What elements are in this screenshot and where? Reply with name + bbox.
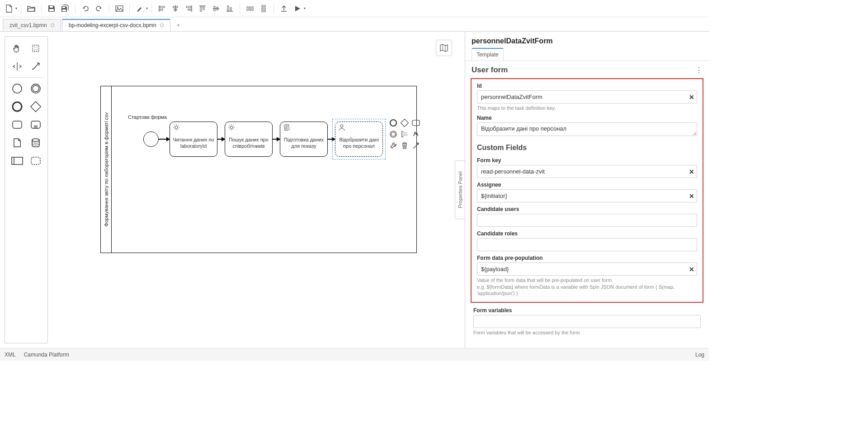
- data-object-icon[interactable]: [10, 136, 24, 150]
- wrench-icon[interactable]: [388, 141, 398, 150]
- run-caret[interactable]: ▾: [304, 6, 306, 10]
- prepop-field-group: Form data pre-population ✕ Value of the …: [474, 253, 700, 298]
- svg-point-50: [230, 126, 233, 129]
- svg-rect-26: [252, 7, 253, 10]
- user-task-4-selected[interactable]: Відобразити дані про персонал: [335, 122, 383, 157]
- pool-label: Формування звіту по лабораторіям в форма…: [104, 113, 109, 227]
- highlight-button[interactable]: [133, 2, 146, 15]
- service-task-1[interactable]: Читання даних по laboratoryId: [170, 122, 217, 157]
- append-intermediate-event-icon[interactable]: [388, 129, 398, 139]
- image-button[interactable]: [113, 2, 126, 15]
- align-right-button[interactable]: [183, 2, 195, 15]
- gateway-icon[interactable]: [28, 99, 43, 114]
- group-icon[interactable]: [28, 154, 43, 168]
- status-log-button[interactable]: Log: [695, 352, 704, 358]
- file-tab-0-label: zvit_csv1.bpmn: [9, 22, 47, 28]
- task-icon[interactable]: [10, 117, 24, 132]
- status-platform-label[interactable]: Camunda Platform: [24, 352, 69, 358]
- end-event-icon[interactable]: [10, 99, 24, 114]
- sub-process-icon[interactable]: [28, 117, 43, 132]
- svg-rect-24: [247, 7, 248, 10]
- candidate-roles-field-group: Candidate roles: [474, 229, 700, 253]
- clear-icon[interactable]: ✕: [689, 192, 694, 200]
- align-center-h-button[interactable]: [169, 2, 182, 15]
- distribute-v-button[interactable]: [257, 2, 270, 15]
- intermediate-event-icon[interactable]: [28, 81, 43, 96]
- prepop-input[interactable]: [477, 263, 697, 276]
- highlight-caret[interactable]: ▾: [146, 6, 148, 10]
- sequence-flow[interactable]: [217, 139, 225, 140]
- run-button[interactable]: [291, 2, 304, 15]
- context-pad: [388, 118, 421, 150]
- hand-tool-icon[interactable]: [10, 41, 24, 56]
- new-file-caret[interactable]: ▾: [15, 6, 17, 10]
- task-label: Підготовка даних для показу: [283, 137, 325, 150]
- clear-icon[interactable]: ✕: [689, 94, 694, 101]
- start-event-shape[interactable]: [143, 131, 159, 147]
- section-menu-icon[interactable]: ⋮: [695, 66, 703, 75]
- annotation-icon[interactable]: [400, 129, 410, 139]
- status-xml-button[interactable]: XML: [5, 352, 16, 358]
- svg-rect-13: [186, 6, 191, 8]
- clear-icon[interactable]: ✕: [689, 168, 694, 175]
- properties-panel-toggle[interactable]: Properties Panel: [455, 160, 465, 219]
- start-event-icon[interactable]: [10, 81, 24, 96]
- space-tool-icon[interactable]: [10, 59, 24, 74]
- name-input[interactable]: Відобразити дані про персонал: [477, 122, 697, 136]
- user-icon: [338, 124, 345, 131]
- connect-icon[interactable]: [411, 141, 421, 150]
- change-type-icon[interactable]: [411, 129, 421, 139]
- align-top-button[interactable]: [196, 2, 209, 15]
- bpmn-pool[interactable]: Формування звіту по лабораторіям в форма…: [100, 86, 417, 253]
- connect-tool-icon[interactable]: [28, 59, 43, 74]
- prepop-hint: Value of the form data that will be pre-…: [477, 277, 697, 296]
- assignee-input[interactable]: [477, 189, 697, 202]
- file-tab-1[interactable]: bp-modeling-excerpt-csv-docx.bpmn: [62, 19, 170, 31]
- sequence-flow[interactable]: [328, 139, 335, 140]
- save-all-button[interactable]: [59, 2, 71, 15]
- append-end-event-icon[interactable]: [388, 118, 398, 128]
- pool-label-column: Формування звіту по лабораторіям в форма…: [101, 86, 112, 253]
- svg-rect-28: [262, 8, 265, 9]
- candidate-users-input[interactable]: [477, 214, 697, 227]
- minimap-toggle-button[interactable]: [436, 40, 452, 56]
- align-left-button[interactable]: [156, 2, 168, 15]
- align-center-v-button[interactable]: [210, 2, 222, 15]
- diagram-canvas[interactable]: Формування звіту по лабораторіям в форма…: [52, 32, 465, 348]
- data-store-icon[interactable]: [28, 136, 43, 150]
- upload-button[interactable]: [278, 2, 290, 15]
- tab-dirty-indicator-icon: [51, 23, 54, 27]
- candidate-users-field-group: Candidate users: [474, 204, 700, 229]
- service-task-2[interactable]: Пошук даних про співробітників: [225, 122, 273, 157]
- new-file-button[interactable]: [3, 2, 15, 15]
- sequence-flow[interactable]: [273, 139, 280, 140]
- save-button[interactable]: [45, 2, 58, 15]
- svg-rect-16: [200, 7, 202, 11]
- user-form-section-header: User form ⋮: [465, 61, 709, 77]
- undo-button[interactable]: [79, 2, 92, 15]
- add-tab-button[interactable]: +: [171, 19, 186, 31]
- candidate-roles-input[interactable]: [477, 238, 697, 251]
- start-event-label: Стартова форма: [128, 114, 167, 120]
- append-gateway-icon[interactable]: [400, 118, 410, 128]
- append-task-icon[interactable]: [411, 118, 421, 128]
- open-button[interactable]: [25, 2, 38, 15]
- id-input[interactable]: [477, 90, 697, 103]
- file-tab-0[interactable]: zvit_csv1.bpmn: [3, 19, 61, 31]
- file-tabs-bar: zvit_csv1.bpmn bp-modeling-excerpt-csv-d…: [0, 17, 709, 32]
- clear-icon[interactable]: ✕: [689, 266, 694, 273]
- form-key-input[interactable]: [477, 165, 697, 178]
- script-task-3[interactable]: Підготовка даних для показу: [280, 122, 328, 157]
- distribute-h-button[interactable]: [244, 2, 256, 15]
- participant-icon[interactable]: [10, 154, 24, 168]
- svg-point-5: [117, 7, 118, 8]
- svg-rect-37: [30, 102, 41, 112]
- task-label: Пошук даних про співробітників: [228, 137, 269, 150]
- form-variables-input[interactable]: [473, 315, 701, 328]
- lasso-tool-icon[interactable]: [28, 41, 43, 56]
- delete-icon[interactable]: [400, 141, 410, 150]
- align-bottom-button[interactable]: [223, 2, 236, 15]
- sequence-flow[interactable]: [159, 139, 170, 140]
- redo-button[interactable]: [93, 2, 105, 15]
- tab-template[interactable]: Template: [472, 48, 504, 61]
